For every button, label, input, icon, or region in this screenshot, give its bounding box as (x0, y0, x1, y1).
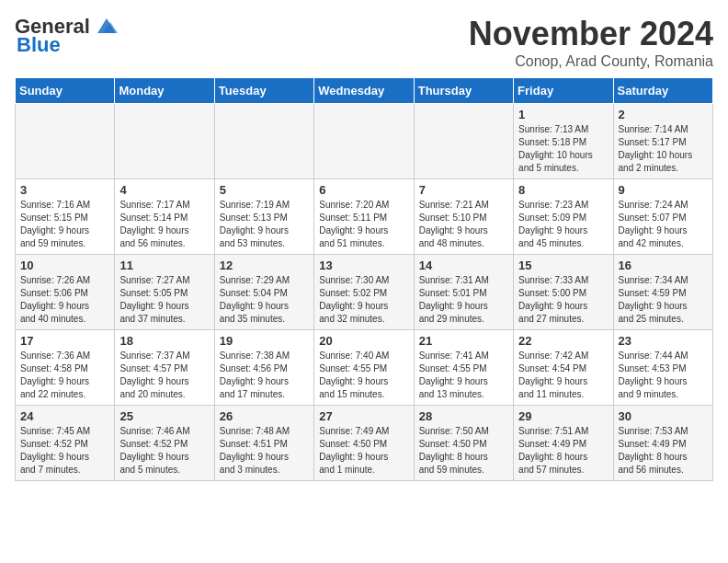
logo-blue: Blue (17, 33, 61, 57)
day-number: 18 (119, 334, 209, 348)
day-info: Sunrise: 7:24 AM Sunset: 5:07 PM Dayligh… (619, 199, 708, 250)
week-row-1: 1Sunrise: 7:13 AM Sunset: 5:18 PM Daylig… (16, 104, 713, 179)
day-number: 26 (220, 409, 309, 423)
calendar-cell: 3Sunrise: 7:16 AM Sunset: 5:15 PM Daylig… (16, 179, 115, 255)
day-info: Sunrise: 7:30 AM Sunset: 5:02 PM Dayligh… (319, 274, 408, 326)
calendar-cell: 19Sunrise: 7:38 AM Sunset: 4:56 PM Dayli… (214, 330, 313, 406)
day-info: Sunrise: 7:21 AM Sunset: 5:10 PM Dayligh… (419, 199, 508, 250)
calendar-cell: 27Sunrise: 7:49 AM Sunset: 4:50 PM Dayli… (314, 406, 414, 481)
calendar-cell: 4Sunrise: 7:17 AM Sunset: 5:14 PM Daylig… (115, 179, 214, 255)
calendar-cell: 28Sunrise: 7:50 AM Sunset: 4:50 PM Dayli… (414, 406, 513, 481)
calendar-cell: 16Sunrise: 7:34 AM Sunset: 4:59 PM Dayli… (613, 255, 712, 330)
page-header: General Blue November 2024 Conop, Arad C… (15, 15, 713, 70)
day-number: 10 (20, 259, 109, 272)
day-info: Sunrise: 7:31 AM Sunset: 5:01 PM Dayligh… (419, 274, 508, 326)
weekday-header-monday: Monday (115, 78, 214, 104)
day-info: Sunrise: 7:41 AM Sunset: 4:55 PM Dayligh… (419, 350, 508, 401)
day-number: 4 (119, 183, 209, 197)
calendar-cell: 15Sunrise: 7:33 AM Sunset: 5:00 PM Dayli… (514, 255, 613, 330)
day-number: 9 (619, 183, 708, 197)
day-number: 11 (119, 259, 209, 272)
day-info: Sunrise: 7:23 AM Sunset: 5:09 PM Dayligh… (518, 199, 608, 250)
day-info: Sunrise: 7:33 AM Sunset: 5:00 PM Dayligh… (518, 274, 608, 326)
calendar-table: SundayMondayTuesdayWednesdayThursdayFrid… (15, 77, 713, 481)
day-number: 29 (518, 409, 608, 423)
day-number: 25 (119, 409, 209, 423)
day-number: 30 (619, 409, 708, 423)
day-info: Sunrise: 7:14 AM Sunset: 5:17 PM Dayligh… (619, 123, 708, 175)
calendar-cell: 30Sunrise: 7:53 AM Sunset: 4:49 PM Dayli… (613, 406, 712, 481)
calendar-cell: 2Sunrise: 7:14 AM Sunset: 5:17 PM Daylig… (613, 104, 712, 179)
day-number: 2 (619, 108, 708, 121)
calendar-cell: 12Sunrise: 7:29 AM Sunset: 5:04 PM Dayli… (214, 255, 313, 330)
day-info: Sunrise: 7:42 AM Sunset: 4:54 PM Dayligh… (518, 350, 608, 401)
logo: General Blue (15, 15, 119, 57)
week-row-5: 24Sunrise: 7:45 AM Sunset: 4:52 PM Dayli… (16, 406, 713, 481)
calendar-cell: 25Sunrise: 7:46 AM Sunset: 4:52 PM Dayli… (115, 406, 214, 481)
day-number: 16 (619, 259, 708, 272)
calendar-cell (115, 104, 214, 179)
day-info: Sunrise: 7:29 AM Sunset: 5:04 PM Dayligh… (220, 274, 309, 326)
day-info: Sunrise: 7:50 AM Sunset: 4:50 PM Dayligh… (419, 425, 508, 477)
day-info: Sunrise: 7:40 AM Sunset: 4:55 PM Dayligh… (319, 350, 408, 401)
day-info: Sunrise: 7:45 AM Sunset: 4:52 PM Dayligh… (20, 425, 109, 477)
calendar-cell: 10Sunrise: 7:26 AM Sunset: 5:06 PM Dayli… (16, 255, 115, 330)
day-number: 8 (518, 183, 608, 197)
day-info: Sunrise: 7:13 AM Sunset: 5:18 PM Dayligh… (518, 123, 608, 175)
day-number: 14 (419, 259, 508, 272)
calendar-cell (214, 104, 313, 179)
calendar-cell: 11Sunrise: 7:27 AM Sunset: 5:05 PM Dayli… (115, 255, 214, 330)
calendar-cell: 14Sunrise: 7:31 AM Sunset: 5:01 PM Dayli… (414, 255, 513, 330)
weekday-header-row: SundayMondayTuesdayWednesdayThursdayFrid… (16, 78, 713, 104)
calendar-cell: 9Sunrise: 7:24 AM Sunset: 5:07 PM Daylig… (613, 179, 712, 255)
day-info: Sunrise: 7:53 AM Sunset: 4:49 PM Dayligh… (619, 425, 708, 477)
calendar-cell: 17Sunrise: 7:36 AM Sunset: 4:58 PM Dayli… (16, 330, 115, 406)
week-row-2: 3Sunrise: 7:16 AM Sunset: 5:15 PM Daylig… (16, 179, 713, 255)
day-info: Sunrise: 7:20 AM Sunset: 5:11 PM Dayligh… (319, 199, 408, 250)
day-info: Sunrise: 7:27 AM Sunset: 5:05 PM Dayligh… (119, 274, 209, 326)
calendar-cell: 18Sunrise: 7:37 AM Sunset: 4:57 PM Dayli… (115, 330, 214, 406)
weekday-header-sunday: Sunday (16, 78, 115, 104)
day-number: 23 (619, 334, 708, 348)
weekday-header-saturday: Saturday (613, 78, 712, 104)
weekday-header-thursday: Thursday (414, 78, 513, 104)
calendar-cell: 24Sunrise: 7:45 AM Sunset: 4:52 PM Dayli… (16, 406, 115, 481)
day-info: Sunrise: 7:16 AM Sunset: 5:15 PM Dayligh… (20, 199, 109, 250)
day-number: 21 (419, 334, 508, 348)
day-info: Sunrise: 7:38 AM Sunset: 4:56 PM Dayligh… (220, 350, 309, 401)
calendar-cell: 20Sunrise: 7:40 AM Sunset: 4:55 PM Dayli… (314, 330, 414, 406)
day-info: Sunrise: 7:36 AM Sunset: 4:58 PM Dayligh… (20, 350, 109, 401)
calendar-cell: 5Sunrise: 7:19 AM Sunset: 5:13 PM Daylig… (214, 179, 313, 255)
day-info: Sunrise: 7:17 AM Sunset: 5:14 PM Dayligh… (119, 199, 209, 250)
day-number: 1 (518, 108, 608, 121)
day-info: Sunrise: 7:26 AM Sunset: 5:06 PM Dayligh… (20, 274, 109, 326)
day-info: Sunrise: 7:19 AM Sunset: 5:13 PM Dayligh… (220, 199, 309, 250)
day-info: Sunrise: 7:48 AM Sunset: 4:51 PM Dayligh… (220, 425, 309, 477)
calendar-cell: 22Sunrise: 7:42 AM Sunset: 4:54 PM Dayli… (514, 330, 613, 406)
day-number: 3 (20, 183, 109, 197)
weekday-header-friday: Friday (514, 78, 613, 104)
day-number: 27 (319, 409, 408, 423)
day-number: 5 (220, 183, 309, 197)
title-area: November 2024 Conop, Arad County, Romani… (469, 15, 713, 70)
calendar-cell: 13Sunrise: 7:30 AM Sunset: 5:02 PM Dayli… (314, 255, 414, 330)
day-number: 22 (518, 334, 608, 348)
day-info: Sunrise: 7:34 AM Sunset: 4:59 PM Dayligh… (619, 274, 708, 326)
day-number: 6 (319, 183, 408, 197)
location-title: Conop, Arad County, Romania (469, 53, 713, 70)
weekday-header-tuesday: Tuesday (214, 78, 313, 104)
day-number: 15 (518, 259, 608, 272)
day-number: 28 (419, 409, 508, 423)
day-info: Sunrise: 7:37 AM Sunset: 4:57 PM Dayligh… (119, 350, 209, 401)
calendar-cell: 21Sunrise: 7:41 AM Sunset: 4:55 PM Dayli… (414, 330, 513, 406)
calendar-cell: 6Sunrise: 7:20 AM Sunset: 5:11 PM Daylig… (314, 179, 414, 255)
calendar-cell: 7Sunrise: 7:21 AM Sunset: 5:10 PM Daylig… (414, 179, 513, 255)
day-number: 7 (419, 183, 508, 197)
day-number: 24 (20, 409, 109, 423)
day-number: 12 (220, 259, 309, 272)
calendar-cell: 8Sunrise: 7:23 AM Sunset: 5:09 PM Daylig… (514, 179, 613, 255)
day-info: Sunrise: 7:51 AM Sunset: 4:49 PM Dayligh… (518, 425, 608, 477)
day-number: 20 (319, 334, 408, 348)
day-info: Sunrise: 7:46 AM Sunset: 4:52 PM Dayligh… (119, 425, 209, 477)
week-row-4: 17Sunrise: 7:36 AM Sunset: 4:58 PM Dayli… (16, 330, 713, 406)
